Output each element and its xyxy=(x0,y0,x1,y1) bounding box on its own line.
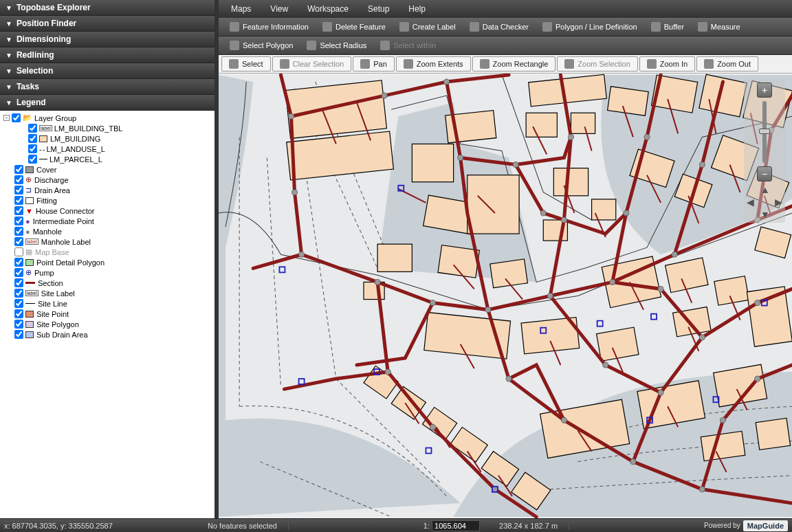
select-radius-button[interactable]: Select Radius xyxy=(300,38,373,52)
zoom-rect-button[interactable]: Zoom Rectangle xyxy=(472,56,556,71)
hand-button[interactable]: Pan xyxy=(353,56,395,71)
zoom-out-button[interactable]: Zoom Out xyxy=(696,56,758,71)
panel-dimensioning[interactable]: ▼Dimensioning xyxy=(0,32,214,47)
extents-button[interactable]: Zoom Extents xyxy=(396,56,471,71)
layer-checkbox[interactable] xyxy=(14,227,23,236)
pointer-button[interactable]: Select xyxy=(221,56,271,71)
select-polygon-button[interactable]: Select Polygon xyxy=(223,38,300,52)
buffer-button[interactable]: Buffer xyxy=(644,20,691,34)
panel-position-finder[interactable]: ▼Position Finder xyxy=(0,16,214,32)
tree-minus-icon[interactable]: - xyxy=(3,115,10,121)
pointer-icon xyxy=(229,59,239,69)
delete-button[interactable]: Delete Feature xyxy=(316,20,393,34)
layer-checkbox[interactable] xyxy=(14,289,23,298)
svg-point-52 xyxy=(610,279,615,285)
pan-south-icon[interactable]: ▼ xyxy=(760,209,770,220)
menu-setup[interactable]: Setup xyxy=(358,1,399,16)
check-button[interactable]: Data Checker xyxy=(463,20,536,34)
legend-item[interactable]: ●Intermediate Point xyxy=(2,216,212,226)
legend-item[interactable]: LM_PARCEL_L xyxy=(2,154,212,164)
panel-topobase-explorer[interactable]: ▼Topobase Explorer xyxy=(0,0,214,16)
scale-input[interactable] xyxy=(432,520,480,531)
map-navigator: + − ▲ ▼ ▶ ◀ xyxy=(744,79,785,223)
svg-point-50 xyxy=(485,307,491,313)
legend-item[interactable]: ▦Map Base xyxy=(2,247,212,257)
triangle-icon: ▼ xyxy=(25,207,33,215)
menu-workspace[interactable]: Workspace xyxy=(298,1,358,16)
layer-checkbox[interactable] xyxy=(14,320,23,329)
layer-checkbox[interactable] xyxy=(14,330,23,339)
legend-item[interactable]: Point Detail Polygon xyxy=(2,257,212,267)
legend-item[interactable]: ●Manhole xyxy=(2,226,212,236)
legend-item[interactable]: labelManhole Label xyxy=(2,236,212,247)
panel-selection[interactable]: ▼Selection xyxy=(0,63,214,79)
layer-checkbox[interactable] xyxy=(28,144,37,153)
layer-swatch xyxy=(25,259,34,266)
layer-checkbox[interactable] xyxy=(14,217,23,225)
legend-item[interactable]: Section xyxy=(2,278,212,288)
zoom-out-button[interactable]: − xyxy=(757,166,772,181)
zoom-slider-handle[interactable] xyxy=(759,129,770,134)
legend-item[interactable]: labelLM_BUILDING_TBL xyxy=(2,123,212,133)
layer-label: Site Point xyxy=(36,310,69,318)
pan-east-icon[interactable]: ▶ xyxy=(775,197,782,208)
legend-item[interactable]: labelSite Label xyxy=(2,288,212,298)
info-button[interactable]: Feature Information xyxy=(223,20,316,34)
select-radius-icon xyxy=(307,41,316,50)
layer-label: Drain Area xyxy=(34,186,70,195)
layer-checkbox[interactable] xyxy=(14,278,23,287)
measure-button[interactable]: Measure xyxy=(691,20,747,34)
legend-item[interactable]: Cover xyxy=(2,164,212,175)
legend-item[interactable]: Site Line xyxy=(2,298,212,309)
toolbar-feature: Feature InformationDelete FeatureCreate … xyxy=(219,18,792,36)
pan-west-icon[interactable]: ◀ xyxy=(747,197,754,208)
layer-checkbox[interactable] xyxy=(14,196,23,205)
layer-checkbox[interactable] xyxy=(14,309,23,318)
layer-checkbox[interactable] xyxy=(28,134,37,143)
map-canvas[interactable]: + − ▲ ▼ ▶ ◀ xyxy=(219,74,792,518)
layer-checkbox[interactable] xyxy=(12,113,21,122)
legend-item[interactable]: ⊕Discharge xyxy=(2,175,212,185)
legend-item[interactable]: LM_BUILDING xyxy=(2,133,212,144)
layer-checkbox[interactable] xyxy=(14,175,23,184)
zoom-in-button[interactable]: Zoom In xyxy=(639,56,695,71)
legend-item[interactable]: ⊐Drain Area xyxy=(2,185,212,195)
legend-item[interactable]: Site Polygon xyxy=(2,319,212,329)
legend-item[interactable]: ▼House Connector xyxy=(2,206,212,216)
menu-view[interactable]: View xyxy=(261,1,298,16)
menu-help[interactable]: Help xyxy=(399,1,435,16)
layer-checkbox[interactable] xyxy=(14,165,23,174)
layer-checkbox[interactable] xyxy=(14,299,23,308)
panel-redlining[interactable]: ▼Redlining xyxy=(0,47,214,63)
svg-point-70 xyxy=(699,335,705,340)
legend-item[interactable]: Sub Drain Area xyxy=(2,329,212,340)
zoom-slider[interactable] xyxy=(762,101,767,163)
svg-point-49 xyxy=(430,300,435,306)
zoom-in-button[interactable]: + xyxy=(757,82,772,98)
layer-checkbox[interactable] xyxy=(14,247,23,256)
legend-group[interactable]: - 📂 Layer Group xyxy=(2,113,212,123)
layer-checkbox[interactable] xyxy=(14,237,23,246)
label-button[interactable]: Create Label xyxy=(393,20,463,34)
toolbar-label: Delete Feature xyxy=(336,23,386,31)
menu-maps[interactable]: Maps xyxy=(221,1,261,16)
legend-item[interactable]: ⊕Pump xyxy=(2,267,212,278)
folder-icon: 📂 xyxy=(23,113,32,122)
pan-north-icon[interactable]: ▲ xyxy=(760,184,770,195)
legend-item[interactable]: Fitting xyxy=(2,195,212,206)
layer-checkbox[interactable] xyxy=(14,268,23,277)
panel-title: Legend xyxy=(16,98,46,107)
svg-point-53 xyxy=(672,252,677,257)
panel-legend[interactable]: ▼Legend xyxy=(0,95,214,111)
panel-tasks[interactable]: ▼Tasks xyxy=(0,79,214,95)
status-coordinates: x: 687704.3035, y: 335550.2587 xyxy=(4,522,197,530)
layer-checkbox[interactable] xyxy=(14,186,23,195)
polygon-button[interactable]: Polygon / Line Definition xyxy=(536,20,644,34)
pan-joystick[interactable]: ▲ ▼ ▶ ◀ xyxy=(747,184,782,220)
layer-checkbox[interactable] xyxy=(28,155,37,164)
legend-item[interactable]: - -LM_LANDUSE_L xyxy=(2,144,212,154)
layer-checkbox[interactable] xyxy=(14,258,23,267)
legend-item[interactable]: Site Point xyxy=(2,309,212,319)
layer-checkbox[interactable] xyxy=(14,206,23,215)
layer-checkbox[interactable] xyxy=(28,124,37,133)
